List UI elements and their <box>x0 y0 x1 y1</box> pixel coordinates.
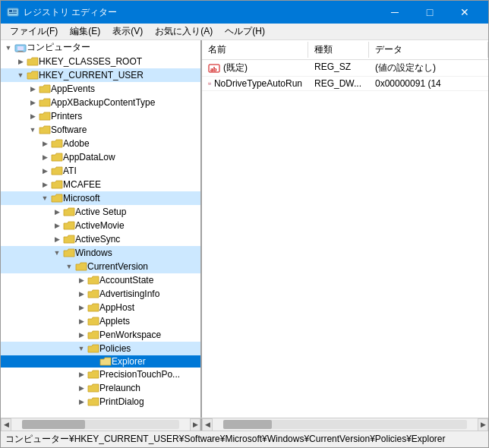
activemovie-folder-icon <box>63 220 75 231</box>
expand-icon-computer[interactable]: ▼ <box>2 42 14 54</box>
tree-node-hkcr[interactable]: ▶ HKEY_CLASSES_ROOT <box>1 55 200 68</box>
close-button[interactable]: ✕ <box>447 1 482 24</box>
tree-node-windows[interactable]: ▼ Windows <box>1 246 200 260</box>
tree-node-label-prelaunch: Prelaunch <box>99 383 140 393</box>
detail-row-nodrivetypeautorun[interactable]: ab ## NoDriveTypeAutoRun REG_DW... 0x000… <box>202 77 488 91</box>
tree-node-mcafee[interactable]: ▶ MCAFEE <box>1 178 200 191</box>
expand-icon-advertisinginfo[interactable]: ▶ <box>75 288 87 300</box>
reg-icon: ab ## <box>208 78 211 89</box>
expand-icon-accountstate[interactable]: ▶ <box>75 274 87 286</box>
detail-hscroll-thumb[interactable] <box>223 420 272 429</box>
tree-node-label-accountstate: AccountState <box>99 275 153 286</box>
expand-icon-policies[interactable]: ▼ <box>75 342 87 355</box>
tree-hscroll-thumb[interactable] <box>22 420 85 429</box>
expand-icon-ati[interactable]: ▶ <box>39 165 51 177</box>
detail-hscroll[interactable]: ◀ ▶ <box>202 418 488 431</box>
tree-node-accountstate[interactable]: ▶ AccountState <box>1 273 200 287</box>
expand-icon-hkcu[interactable]: ▼ <box>14 69 27 81</box>
menu-file[interactable]: ファイル(F) <box>4 24 64 39</box>
expand-icon-software[interactable]: ▼ <box>27 124 39 136</box>
tree-node-activesync[interactable]: ▶ ActiveSync <box>1 232 200 246</box>
expand-icon-mcafee[interactable]: ▶ <box>39 178 51 191</box>
tree-node-label-activesetup: Active Setup <box>75 207 126 217</box>
tree-node-label-hkcu: HKEY_CURRENT_USER <box>39 70 144 80</box>
tree-node-precisiontouchp[interactable]: ▶ PrecisionTouchPo... <box>1 368 200 381</box>
col-header-name: 名前 <box>202 42 308 58</box>
tree-node-appxbackup[interactable]: ▶ AppXBackupContentType <box>1 96 200 109</box>
tree-node-software[interactable]: ▼ Software <box>1 123 200 137</box>
svg-text:##: ## <box>210 83 211 84</box>
expand-icon-printers[interactable]: ▶ <box>27 110 39 122</box>
tree-node-policies[interactable]: ▼ Policies <box>1 342 200 355</box>
tree-node-adobe[interactable]: ▶ Adobe <box>1 137 200 150</box>
tree-node-activesetup[interactable]: ▶ Active Setup <box>1 205 200 219</box>
expand-icon-printdialog[interactable]: ▶ <box>75 396 87 408</box>
expand-icon-adobe[interactable]: ▶ <box>39 137 51 150</box>
tree-node-activemovie[interactable]: ▶ ActiveMovie <box>1 219 200 232</box>
expand-icon-precisiontouchp[interactable]: ▶ <box>75 368 87 380</box>
tree-node-penworkspace[interactable]: ▶ PenWorkspace <box>1 328 200 342</box>
col-header-data: データ <box>369 42 488 58</box>
tree-node-currentversion[interactable]: ▼ CurrentVersion <box>1 260 200 273</box>
tree-node-printers[interactable]: ▶ Printers <box>1 109 200 123</box>
tree-node-label-activemovie: ActiveMovie <box>75 220 125 231</box>
tree-node-prelaunch[interactable]: ▶ Prelaunch <box>1 381 200 395</box>
detail-row-default[interactable]: ab (既定) REG_SZ (値の設定なし) <box>202 60 488 77</box>
expand-icon-apphost[interactable]: ▶ <box>75 301 87 314</box>
menu-bar: ファイル(F) 編集(E) 表示(V) お気に入り(A) ヘルプ(H) <box>1 24 488 40</box>
tree-hscroll-left-btn[interactable]: ◀ <box>1 418 11 431</box>
expand-icon-applets[interactable]: ▶ <box>75 315 87 327</box>
status-text: コンピューター¥HKEY_CURRENT_USER¥Software¥Micro… <box>5 433 446 446</box>
appdatalow-folder-icon <box>51 152 63 162</box>
mcafee-folder-icon <box>51 179 63 190</box>
detail-scroll-area[interactable]: 名前 種類 データ ab (既定) REG_SZ <box>202 40 488 418</box>
menu-favorites[interactable]: お気に入り(A) <box>149 24 219 39</box>
tree-scroll-area[interactable]: ▼ コンピューター ▶ <box>1 40 202 418</box>
detail-header: 名前 種類 データ <box>202 40 488 60</box>
menu-edit[interactable]: 編集(E) <box>64 24 106 39</box>
expand-icon-hkcr[interactable]: ▶ <box>14 55 27 68</box>
app-icon <box>7 6 19 18</box>
tree-node-applets[interactable]: ▶ Applets <box>1 314 200 328</box>
detail-hscroll-left-btn[interactable]: ◀ <box>202 418 213 431</box>
tree-hscroll[interactable]: ◀ ▶ <box>1 418 202 431</box>
tree-node-appdatalow[interactable]: ▶ AppDataLow <box>1 150 200 164</box>
maximize-button[interactable]: □ <box>412 1 447 24</box>
expand-icon-penworkspace[interactable]: ▶ <box>75 329 87 341</box>
expand-icon-appxbackup[interactable]: ▶ <box>27 96 39 109</box>
precisiontouchp-folder-icon <box>87 369 99 380</box>
appxbackup-folder-icon <box>39 97 51 108</box>
expand-icon-prelaunch[interactable]: ▶ <box>75 382 87 394</box>
tree-node-label-adobe: Adobe <box>63 138 90 149</box>
expand-icon-activesetup[interactable]: ▶ <box>51 206 63 218</box>
tree-node-computer[interactable]: ▼ コンピューター <box>1 40 200 55</box>
expand-icon-appdatalow[interactable]: ▶ <box>39 151 51 163</box>
detail-hscroll-right-btn[interactable]: ▶ <box>478 418 488 431</box>
tree-node-explorer[interactable]: Explorer <box>1 355 200 368</box>
tree-node-label-applets: Applets <box>99 316 130 327</box>
minimize-button[interactable]: ─ <box>377 1 412 24</box>
tree-node-appevents[interactable]: ▶ AppEvents <box>1 82 200 96</box>
tree-hscroll-track[interactable] <box>22 420 179 429</box>
expand-icon-activesync[interactable]: ▶ <box>51 233 63 245</box>
menu-view[interactable]: 表示(V) <box>106 24 149 39</box>
menu-help[interactable]: ヘルプ(H) <box>219 24 271 39</box>
tree-node-printdialog[interactable]: ▶ PrintDialog <box>1 395 200 409</box>
tree-node-advertisinginfo[interactable]: ▶ AdvertisingInfo <box>1 287 200 301</box>
tree-node-ati[interactable]: ▶ ATI <box>1 164 200 178</box>
detail-hscroll-track[interactable] <box>223 420 467 429</box>
tree-node-apphost[interactable]: ▶ AppHost <box>1 301 200 314</box>
expand-icon-windows[interactable]: ▼ <box>51 247 63 259</box>
tree-node-label-printers: Printers <box>51 111 82 121</box>
tree-node-label-appevents: AppEvents <box>51 84 95 94</box>
expand-icon-activemovie[interactable]: ▶ <box>51 219 63 232</box>
policies-folder-icon <box>87 343 99 354</box>
tree-node-microsoft[interactable]: ▼ Microsoft <box>1 191 200 205</box>
tree-node-label-computer: コンピューター <box>27 41 90 54</box>
expand-icon-currentversion[interactable]: ▼ <box>63 260 75 273</box>
expand-icon-appevents[interactable]: ▶ <box>27 83 39 95</box>
advertisinginfo-folder-icon <box>87 289 99 299</box>
tree-node-hkcu[interactable]: ▼ HKEY_CURRENT_USER <box>1 68 200 82</box>
expand-icon-microsoft[interactable]: ▼ <box>39 192 51 204</box>
tree-hscroll-right-btn[interactable]: ▶ <box>190 418 200 431</box>
